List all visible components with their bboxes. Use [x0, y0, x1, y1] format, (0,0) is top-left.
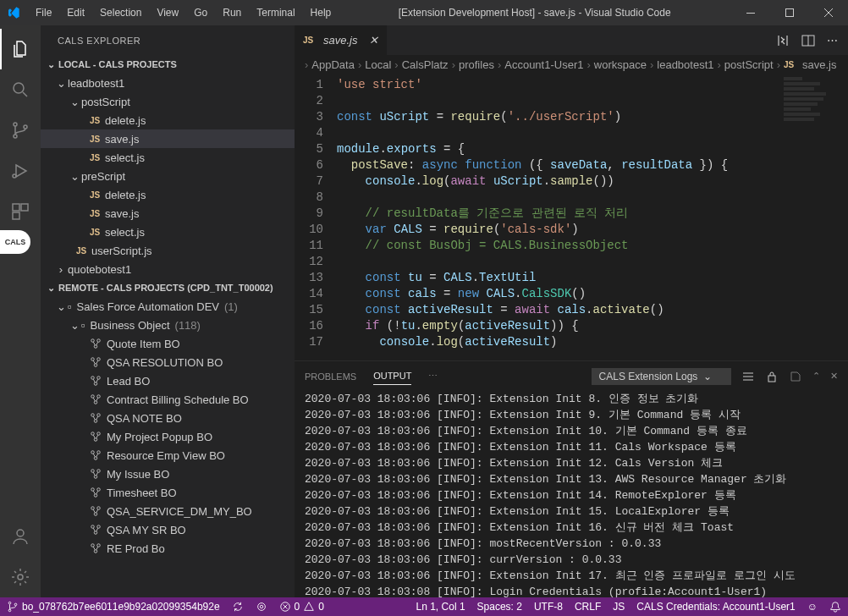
close-button[interactable]	[809, 0, 848, 25]
tree-folder-quotebotest1[interactable]: ›quotebotest1	[41, 260, 295, 278]
tree-folder-prescript[interactable]: ⌄preScript	[41, 167, 295, 185]
tree-bo-item[interactable]: QSA MY SR BO	[41, 520, 295, 539]
tree-business-object[interactable]: ⌄▫Business Object(118)	[41, 316, 295, 334]
svg-point-11	[18, 575, 23, 580]
tree-bo-item[interactable]: Contract Billing Schedule BO	[41, 390, 295, 409]
status-problems[interactable]: 0 0	[279, 601, 324, 613]
minimize-button[interactable]	[731, 0, 770, 25]
svg-point-4	[14, 135, 17, 138]
svg-point-3	[14, 123, 17, 126]
gear-icon	[10, 567, 30, 587]
open-file-icon[interactable]	[789, 370, 802, 383]
activity-debug[interactable]	[0, 151, 41, 191]
status-feedback-icon[interactable]: ☺	[807, 601, 818, 613]
tree-bo-item[interactable]: Timesheet BO	[41, 483, 295, 502]
tree-folder-postscript[interactable]: ⌄postScript	[41, 92, 295, 111]
menu-go[interactable]: Go	[187, 3, 214, 22]
svg-point-15	[91, 358, 95, 361]
minimap[interactable]	[780, 74, 848, 360]
tree-file-save-js-2[interactable]: JSsave.js	[41, 204, 295, 223]
cals-badge-icon[interactable]: CALS	[0, 230, 30, 254]
tree-file-select-js[interactable]: JSselect.js	[41, 148, 295, 167]
tree-bo-item[interactable]: QSA_SERVICE_DM_MY_BO	[41, 502, 295, 520]
tree-bo-item[interactable]: Resource Emp View BO	[41, 446, 295, 465]
activity-scm[interactable]	[0, 110, 41, 151]
section-local-header[interactable]: ⌄ LOCAL - CALS PROJECTS	[41, 55, 295, 74]
tree-file-save-js[interactable]: JSsave.js	[41, 129, 295, 148]
tree-folder-leadbotest1[interactable]: ⌄leadbotest1	[41, 74, 295, 92]
panel-tabs: PROBLEMS OUTPUT ⋯ CALS Extension Logs ⌄ …	[295, 361, 848, 391]
tree-sfa[interactable]: ⌄▫Sales Force Automation DEV(1)	[41, 297, 295, 316]
js-icon: JS	[90, 209, 105, 218]
tab-save-js[interactable]: JS save.js ✕	[295, 25, 388, 55]
tree-file-userscript-js[interactable]: JSuserScript.js	[41, 241, 295, 260]
menu-edit[interactable]: Edit	[60, 3, 91, 22]
chevron-right-icon: ›	[54, 263, 68, 276]
compare-icon[interactable]	[776, 34, 790, 47]
tree-bo-item[interactable]: RE Prod Bo	[41, 539, 295, 558]
more-icon[interactable]: ⋯	[428, 371, 438, 382]
split-editor-icon[interactable]	[801, 34, 815, 47]
status-spaces[interactable]: Spaces: 2	[477, 601, 522, 613]
lock-icon[interactable]	[765, 370, 779, 383]
menu-terminal[interactable]: Terminal	[250, 3, 301, 22]
tree-file-select-js-2[interactable]: JSselect.js	[41, 223, 295, 241]
tree-bo-item[interactable]: QSA RESOLUTION BO	[41, 353, 295, 371]
bo-icon	[90, 468, 102, 480]
section-remote-header[interactable]: ⌄ REMOTE - CALS PROJECTS (CPD_TNT_T00002…	[41, 278, 295, 297]
tree-bo-item[interactable]: My Project Popup BO	[41, 427, 295, 446]
js-icon: JS	[90, 135, 105, 144]
extensions-icon	[10, 201, 30, 222]
svg-rect-7	[13, 204, 19, 211]
clear-output-icon[interactable]	[741, 370, 755, 383]
status-credentials[interactable]: CALS Credentials: Account1-User1	[636, 601, 795, 613]
more-icon[interactable]: ⋯	[827, 34, 838, 47]
menu-file[interactable]: File	[29, 3, 58, 22]
tree-bo-item[interactable]: Lead BO	[41, 371, 295, 390]
status-sync[interactable]	[232, 601, 244, 613]
sync-icon	[232, 601, 244, 613]
status-bell-icon[interactable]	[829, 601, 841, 613]
tree-bo-item[interactable]: Quote Item BO	[41, 334, 295, 353]
menu-selection[interactable]: Selection	[93, 3, 148, 22]
maximize-button[interactable]	[770, 0, 809, 25]
status-language[interactable]: JS	[613, 601, 625, 613]
tree-bo-item[interactable]: My Issue BO	[41, 465, 295, 483]
code-content[interactable]: 'use strict' const uScript = require('..…	[337, 74, 780, 360]
status-eol[interactable]: CRLF	[575, 601, 601, 613]
svg-point-20	[94, 382, 97, 386]
js-icon: JS	[76, 246, 91, 256]
svg-point-46	[97, 544, 101, 547]
tree-file-delete-js-2[interactable]: JSdelete.js	[41, 185, 295, 204]
panel-tab-output[interactable]: OUTPUT	[373, 367, 411, 385]
svg-point-47	[94, 550, 97, 553]
breadcrumb[interactable]: ›AppData ›Local ›CalsPlatz ›profiles ›Ac…	[295, 55, 848, 74]
status-branch[interactable]: bo_078762b7ee6011e9b92a02099354b92e	[7, 601, 220, 613]
menu-run[interactable]: Run	[216, 3, 248, 22]
activity-settings[interactable]	[0, 557, 41, 597]
activity-search[interactable]	[0, 69, 41, 110]
output-content[interactable]: 2020-07-03 18:03:06 [INFO]: Extension In…	[295, 391, 848, 597]
svg-rect-9	[13, 212, 19, 219]
status-cursor[interactable]: Ln 1, Col 1	[416, 601, 465, 613]
js-icon: JS	[303, 36, 318, 45]
chevron-up-icon[interactable]: ⌃	[812, 371, 820, 382]
activity-account[interactable]	[0, 516, 41, 557]
chevron-down-icon: ⌄	[47, 59, 55, 70]
account-icon	[10, 526, 30, 547]
svg-point-21	[91, 395, 95, 399]
activity-explorer[interactable]	[0, 29, 41, 69]
code-editor[interactable]: 1234567891011121314151617 'use strict' c…	[295, 74, 848, 360]
activity-extensions[interactable]	[0, 191, 41, 232]
menu-view[interactable]: View	[150, 3, 185, 22]
output-channel-select[interactable]: CALS Extension Logs ⌄	[592, 368, 731, 385]
svg-rect-8	[21, 204, 28, 211]
status-encoding[interactable]: UTF-8	[534, 601, 563, 613]
status-remote[interactable]	[256, 601, 267, 613]
menu-help[interactable]: Help	[304, 3, 339, 22]
tree-bo-item[interactable]: QSA NOTE BO	[41, 409, 295, 427]
panel-close-icon[interactable]: ✕	[830, 371, 838, 382]
panel-tab-problems[interactable]: PROBLEMS	[305, 368, 356, 385]
tree-file-delete-js[interactable]: JSdelete.js	[41, 111, 295, 129]
tab-close-icon[interactable]: ✕	[369, 34, 378, 47]
